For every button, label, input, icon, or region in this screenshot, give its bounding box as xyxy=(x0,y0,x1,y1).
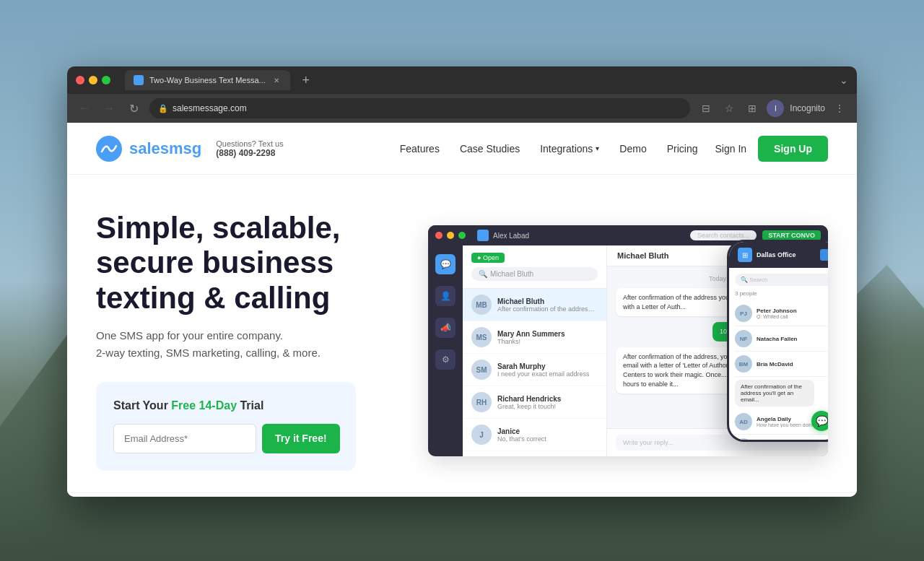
nav-demo[interactable]: Demo xyxy=(619,143,646,155)
phone-mockup: ⊞ Dallas Office 🔍 Search 3 people PJ xyxy=(727,240,828,442)
phone-contact-2[interactable]: NF Natacha Fallen xyxy=(735,326,828,352)
phone-search: 🔍 Search xyxy=(735,274,828,286)
phone-avatar-4: AD xyxy=(735,413,752,430)
bookmark-icon[interactable]: ☆ xyxy=(720,100,738,117)
close-button[interactable] xyxy=(76,76,84,84)
contact-avatar-3: SM xyxy=(471,360,492,380)
app-body: 💬 👤 📣 ⚙ ● Open xyxy=(428,245,828,456)
nav-integrations-label: Integrations xyxy=(540,143,593,155)
logo-text: salesmsg xyxy=(129,139,201,158)
phone-avatar-1: PJ xyxy=(735,305,752,322)
trial-free: Free 14-Day xyxy=(171,399,237,412)
contact-item-2[interactable]: MS Mary Ann Summers Thanks! xyxy=(463,321,606,354)
contact-info-5: Janice No, that's correct xyxy=(497,427,598,443)
active-tab[interactable]: Two-Way Business Text Messa... ✕ xyxy=(125,70,290,90)
phone-contact-3[interactable]: BM Bria McDavid xyxy=(735,352,828,377)
contact-name-5: Janice xyxy=(497,427,598,435)
questions-text: Questions? Text us xyxy=(216,139,283,148)
forward-button[interactable]: → xyxy=(100,100,118,117)
browser-menu-icon[interactable]: ⊞ xyxy=(744,100,761,117)
nav-features[interactable]: Features xyxy=(400,143,440,155)
phone-edit-icon xyxy=(820,249,828,261)
back-button[interactable]: ← xyxy=(76,100,93,117)
phone-avatar-5: MB xyxy=(735,438,752,440)
phone-msg-in-1: After confirmation of the address you'll… xyxy=(735,380,814,406)
logo[interactable]: salesmsg xyxy=(96,136,201,162)
phone-avatar-2: NF xyxy=(735,330,752,347)
contact-name-2: Mary Ann Summers xyxy=(497,330,598,338)
nav-links: Features Case Studies Integrations ▾ Dem… xyxy=(400,142,698,155)
app-sidebar-messages-icon: 💬 xyxy=(435,254,456,274)
contacts-header: ● Open 🔍 Michael Bluth xyxy=(463,245,606,289)
phone-contact-1[interactable]: PJ Peter Johnson Q: Whited call xyxy=(735,301,828,326)
contact-item-6[interactable]: BH Buzz Hickey, Danila TomProvi... Hey t… xyxy=(463,451,606,456)
tab-area: Two-Way Business Text Messa... ✕ + ⌄ xyxy=(125,70,848,90)
contact-item-5[interactable]: J Janice No, that's correct xyxy=(463,419,606,451)
trial-end: Trial xyxy=(237,399,263,412)
contact-msg-3: I need your exact email address xyxy=(497,370,598,378)
contact-item-1[interactable]: MB Michael Bluth After confirmation of t… xyxy=(463,289,606,321)
hero-sub-line2: 2-way texting, SMS marketing, calling, &… xyxy=(96,347,321,359)
phone-contact-info-2: Natacha Fallen xyxy=(757,336,828,342)
app-sidebar: 💬 👤 📣 ⚙ xyxy=(428,245,463,456)
phone-avatar-3: BM xyxy=(735,355,752,373)
tab-more-button[interactable]: ⌄ xyxy=(840,74,848,86)
hero-subtext: One SMS app for your entire company. 2-w… xyxy=(96,327,399,362)
toolbar-actions: ⊟ ☆ ⊞ I Incognito ⋮ xyxy=(697,100,848,117)
navbar: salesmsg Questions? Text us (888) 409-22… xyxy=(67,123,857,175)
trusted-bar: Trusted by some of the best companies in… xyxy=(67,492,857,497)
contact-info-3: Sarah Murphy I need your exact email add… xyxy=(497,362,598,378)
try-free-button[interactable]: Try it Free! xyxy=(262,424,340,453)
signup-button[interactable]: Sign Up xyxy=(758,136,828,162)
nav-pricing[interactable]: Pricing xyxy=(667,143,698,155)
contact-info: Questions? Text us (888) 409-2298 xyxy=(216,139,283,158)
reload-button[interactable]: ↻ xyxy=(125,100,142,117)
app-maximize-dot xyxy=(458,232,466,239)
minimize-button[interactable] xyxy=(89,76,97,84)
address-bar[interactable]: 🔒 salesmessage.com xyxy=(149,98,690,118)
app-minimize-dot xyxy=(447,232,454,239)
phone-app-icon: ⊞ xyxy=(738,248,752,262)
app-sidebar-campaigns-icon: 📣 xyxy=(435,318,456,338)
app-contacts-panel: ● Open 🔍 Michael Bluth MB Micha xyxy=(463,245,607,456)
browser-overflow-icon[interactable]: ⋮ xyxy=(831,100,848,117)
browser-toolbar: ← → ↻ 🔒 salesmessage.com ⊟ ☆ ⊞ I Incogni… xyxy=(67,94,857,123)
contact-msg-2: Thanks! xyxy=(497,338,598,345)
browser-window: Two-Way Business Text Messa... ✕ + ⌄ ← →… xyxy=(67,66,857,497)
cast-icon[interactable]: ⊟ xyxy=(697,100,715,117)
contact-msg-1: After confirmation of the address, you'l… xyxy=(497,305,598,313)
phone-fab-button[interactable]: 💬 xyxy=(811,411,828,431)
contact-item-4[interactable]: RH Richard Hendricks Great, keep it touc… xyxy=(463,386,606,419)
phone-number[interactable]: (888) 409-2298 xyxy=(216,148,283,158)
nav-case-studies[interactable]: Case Studies xyxy=(460,143,520,155)
trial-form: Try it Free! xyxy=(113,424,339,453)
hero-left: Simple, scalable, secure business textin… xyxy=(96,211,399,471)
phone-contact-msg-1: Q: Whited call xyxy=(757,314,828,319)
nav-integrations[interactable]: Integrations ▾ xyxy=(540,143,599,155)
contact-msg-5: No, that's correct xyxy=(497,435,598,443)
phone-contact-name-3: Bria McDavid xyxy=(757,361,828,368)
contact-avatar-1: MB xyxy=(471,295,492,315)
tab-favicon xyxy=(134,75,144,85)
logo-msg: msg xyxy=(169,139,201,157)
profile-avatar[interactable]: I xyxy=(767,100,784,117)
phone-contact-name-1: Peter Johnson xyxy=(757,308,828,314)
tab-close-button[interactable]: ✕ xyxy=(271,75,282,85)
new-tab-button[interactable]: + xyxy=(296,70,316,90)
app-new-conv: START CONVO xyxy=(762,230,821,240)
maximize-button[interactable] xyxy=(102,76,110,84)
trial-start: Start Your xyxy=(113,399,171,412)
phone-screen: ⊞ Dallas Office 🔍 Search 3 people PJ xyxy=(729,242,828,440)
url-text: salesmessage.com xyxy=(173,103,247,113)
phone-people-count: 3 people xyxy=(735,290,828,297)
hero-right: Alex Labad Search contacts... START CONV… xyxy=(428,225,828,456)
contact-item-3[interactable]: SM Sarah Murphy I need your exact email … xyxy=(463,354,606,386)
signin-button[interactable]: Sign In xyxy=(715,143,747,155)
app-sidebar-settings-icon: ⚙ xyxy=(435,349,456,370)
phone-contact-5[interactable]: MB Mark Bishop Please make me... xyxy=(735,435,828,440)
hero-headline: Simple, scalable, secure business textin… xyxy=(96,211,399,316)
contact-info-2: Mary Ann Summers Thanks! xyxy=(497,330,598,345)
email-input[interactable] xyxy=(113,424,256,453)
logo-sales: sales xyxy=(129,139,169,157)
traffic-lights xyxy=(76,76,110,84)
